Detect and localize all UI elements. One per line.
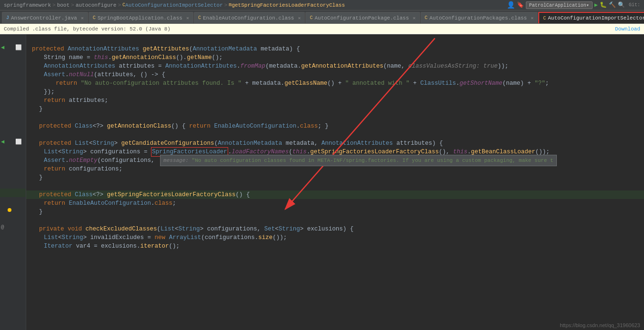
- type-annotationattributes: AnnotationAttributes: [68, 45, 143, 53]
- punc-34: <?>: [93, 190, 107, 199]
- tab-autoimport[interactable]: C AutoConfigurationImportSelector.class …: [538, 12, 644, 23]
- breadcrumb-spring[interactable]: springframework: [4, 2, 51, 8]
- hint-label: message:: [163, 158, 191, 163]
- code-line-closelambda: });: [26, 88, 644, 96]
- kw-new1: new: [155, 233, 169, 242]
- punc-21: >: [114, 139, 121, 148]
- punc-14: ) +: [520, 79, 534, 88]
- tab-enableauto-icon: C: [198, 15, 201, 20]
- class-annotattrs3: AnnotationAttributes: [322, 139, 397, 148]
- punc-31: (: [98, 156, 101, 165]
- git-label: Git:: [629, 2, 640, 8]
- gutter-row-12: [0, 154, 26, 163]
- punc-50: ();: [169, 242, 180, 250]
- class-enableauto1: EnableAutoConfiguration: [214, 122, 297, 130]
- class-annotmeta2: AnnotationMetadata: [218, 139, 286, 148]
- toolbar-icon1[interactable]: 🔨: [609, 1, 616, 9]
- punc-2: ) {: [289, 45, 300, 53]
- var-configs5: configurations: [205, 233, 255, 242]
- punc-closelambda: });: [44, 88, 55, 96]
- method-getannoclass: getAnnotationClass: [107, 122, 171, 130]
- gutter-row-2: [0, 51, 26, 60]
- method-size: size: [258, 233, 272, 242]
- punc-23: ,: [314, 139, 322, 148]
- class-assert2: Assert: [44, 156, 65, 165]
- tab-springboot-label: SpringBootApplication.class: [98, 15, 182, 21]
- code-line-returnenable: return EnableAutoConfiguration.class;: [26, 199, 644, 208]
- breadcrumb-class[interactable]: AutoConfigurationImportSelector: [125, 2, 223, 8]
- run-icon[interactable]: ▶: [594, 1, 598, 9]
- kw-protected-3: protected: [32, 139, 75, 148]
- code-line-getcandidateconfigs: protected List<String> getCandidateConfi…: [26, 139, 644, 148]
- punc-41: <: [275, 225, 279, 233]
- method-iterator: iterator: [141, 242, 169, 250]
- punc-eq1: =: [87, 53, 94, 62]
- breadcrumb-boot[interactable]: boot: [57, 2, 70, 8]
- class-iterator: Iterator: [44, 242, 76, 250]
- code-editor[interactable]: protected AnnotationAttributes getAttrib…: [26, 34, 644, 330]
- tab-autopackages[interactable]: C AutoConfigurationPackages.class ✕: [421, 12, 538, 23]
- punc-dot13: .: [255, 233, 259, 242]
- punc-42: >: [300, 225, 307, 233]
- code-line-iterator: Iterator var4 = exclusions.iterator();: [26, 242, 644, 250]
- bookmark-icon[interactable]: 🔖: [517, 1, 524, 9]
- punc-19: ; }: [318, 122, 329, 130]
- punc-47: (: [201, 233, 205, 242]
- punc-25: <: [58, 148, 62, 156]
- file-info-text: Compiled .class file, bytecode version: …: [4, 26, 171, 32]
- code-line-returnattrs: return attributes;: [26, 96, 644, 105]
- punc-49: =: [94, 242, 101, 250]
- tab-enableauto-close[interactable]: ✕: [298, 15, 301, 21]
- punc-dot14: .: [137, 242, 141, 250]
- tab-answer[interactable]: J AnswerController.java ✕: [2, 12, 88, 23]
- gutter-row-16: [0, 197, 26, 206]
- debug-icon[interactable]: 🐛: [600, 1, 607, 9]
- tab-autopackage[interactable]: C AutoConfigurationPackage.class ✕: [305, 12, 420, 23]
- punc-39: >: [200, 225, 207, 233]
- tab-answer-label: AnswerController.java: [11, 15, 77, 21]
- kw-private1: private void: [32, 225, 86, 233]
- tab-springboot[interactable]: C SpringBootApplication.class ✕: [89, 12, 193, 23]
- punc-20: <: [89, 139, 93, 148]
- code-line-return1: return "No auto-configuration attributes…: [26, 79, 644, 88]
- kw-return1: return: [56, 79, 81, 88]
- breadcrumb-method[interactable]: getSpringFactoriesLoaderFactoryClass: [231, 2, 345, 8]
- punc-close2: }: [32, 173, 43, 182]
- code-line-close3: }: [26, 208, 644, 216]
- gutter: ◀ ⬜ ◀ ⬜ @: [0, 34, 26, 330]
- var-metadata2: metadata: [269, 62, 298, 70]
- user-icon[interactable]: 👤: [507, 1, 515, 9]
- var-meta3: metadata: [252, 79, 281, 88]
- tab-autopackage-close[interactable]: ✕: [413, 15, 416, 21]
- class-list1: List: [75, 139, 89, 148]
- method-getannotationclass1: getAnnotationClass: [112, 53, 176, 62]
- punc-close3: }: [32, 208, 43, 216]
- kw-protected-1: protected: [32, 45, 68, 53]
- gutter-row-blank2: [0, 111, 26, 120]
- tab-autopackages-icon: C: [425, 15, 428, 20]
- punc-dot7: .: [296, 122, 300, 130]
- str-noauto: "No auto-configuration attributes found.…: [81, 79, 242, 88]
- this-1: this: [94, 53, 108, 62]
- code-line-close2: }: [26, 173, 644, 182]
- toolbar-icon2[interactable]: 🔍: [618, 1, 625, 9]
- tab-enableauto[interactable]: C EnableAutoConfiguration.class ✕: [194, 12, 305, 23]
- var-name2: name: [387, 62, 401, 70]
- tab-springboot-close[interactable]: ✕: [186, 15, 189, 21]
- tab-autopackages-close[interactable]: ✕: [531, 15, 533, 21]
- punc-16: ;: [105, 96, 109, 105]
- class-set1: Set: [264, 225, 275, 233]
- class-list2: List: [44, 148, 58, 156]
- download-link[interactable]: Download: [615, 26, 640, 32]
- class-string4: String: [279, 225, 300, 233]
- code-line-blank4: [26, 182, 644, 190]
- punc-11: () +: [327, 79, 345, 88]
- punc-44: <: [58, 233, 62, 242]
- punc-35: () {: [236, 190, 250, 199]
- tab-answer-close[interactable]: ✕: [81, 15, 84, 21]
- punc-7: ));: [498, 62, 509, 70]
- punc-dot3: .: [298, 62, 302, 70]
- method-getspringfactoriesloader: getSpringFactoriesLoaderFactoryClass: [107, 190, 236, 199]
- method-getannoattrs: getAnnotationAttributes: [301, 62, 383, 70]
- breadcrumb-autoconfigure[interactable]: autoconfigure: [76, 2, 117, 8]
